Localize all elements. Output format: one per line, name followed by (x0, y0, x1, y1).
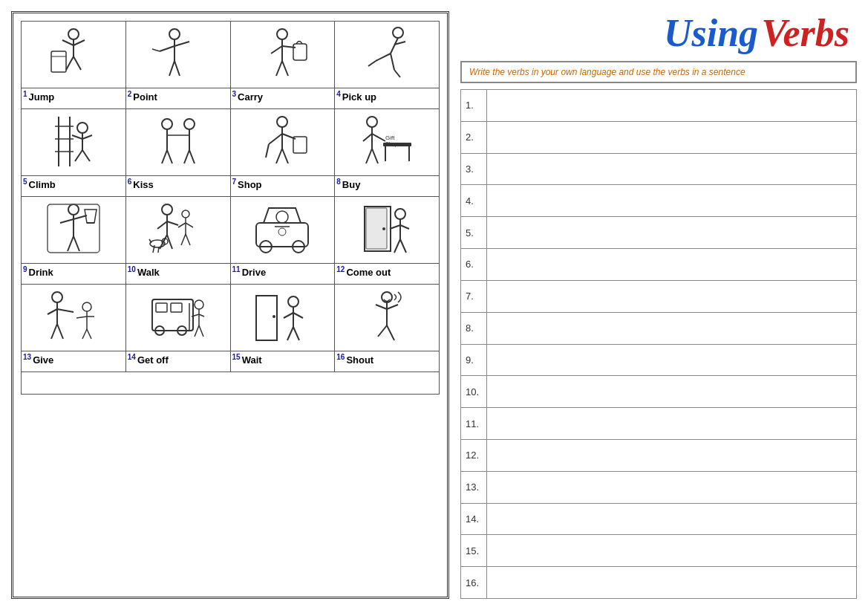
verbs-grid: 1Jump 2Point 3Carry 4Pick up (21, 21, 440, 395)
svg-point-135 (288, 296, 298, 307)
svg-point-57 (367, 117, 377, 127)
answer-row-2: 2. (461, 121, 857, 153)
answer-field-12[interactable] (487, 439, 857, 471)
answer-num-4: 4. (461, 185, 487, 217)
svg-rect-132 (256, 296, 277, 340)
svg-point-34 (77, 123, 88, 133)
answer-field-5[interactable] (487, 217, 857, 249)
svg-line-52 (266, 144, 269, 158)
svg-line-46 (167, 150, 172, 163)
answer-num-7: 7. (461, 280, 487, 312)
svg-line-137 (284, 313, 293, 318)
svg-line-5 (74, 56, 81, 70)
label-jump: 1Jump (22, 88, 126, 109)
answer-field-3[interactable] (487, 153, 857, 185)
svg-line-107 (400, 239, 406, 253)
answer-row-14: 14. (461, 503, 857, 535)
answer-row-4: 4. (461, 185, 857, 217)
answer-num-10: 10. (461, 376, 487, 408)
answer-num-1: 1. (461, 90, 487, 122)
svg-point-98 (278, 228, 286, 236)
img-walk (125, 197, 230, 264)
svg-line-60 (372, 134, 385, 141)
svg-line-140 (293, 327, 299, 340)
title-using: Using (664, 12, 758, 54)
img-jump (22, 22, 126, 88)
svg-point-22 (393, 27, 403, 38)
label-point: 2Point (125, 88, 230, 109)
answer-field-4[interactable] (487, 185, 857, 217)
label-pickup: 4Pick up (335, 88, 440, 109)
answer-field-7[interactable] (487, 280, 857, 312)
label-shop: 7Shop (230, 176, 335, 197)
img-pickup (335, 22, 440, 88)
img-climb (22, 109, 126, 176)
answer-field-6[interactable] (487, 249, 857, 281)
svg-line-138 (293, 313, 303, 318)
label-comeout: 12Come out (335, 264, 440, 285)
answer-field-2[interactable] (487, 121, 857, 153)
svg-line-129 (199, 314, 204, 317)
svg-line-55 (276, 149, 282, 163)
answer-row-3: 3. (461, 153, 857, 185)
img-point (125, 22, 230, 88)
svg-line-14 (174, 61, 180, 76)
image-row-1 (22, 22, 440, 88)
svg-line-78 (157, 221, 167, 229)
img-shop (230, 109, 335, 176)
answer-field-14[interactable] (487, 503, 857, 535)
answer-field-11[interactable] (487, 408, 857, 440)
svg-line-146 (387, 325, 394, 340)
answer-field-8[interactable] (487, 312, 857, 344)
svg-line-56 (282, 149, 288, 163)
svg-line-131 (199, 325, 203, 337)
svg-point-8 (169, 29, 180, 39)
label-wait: 15Wait (230, 351, 335, 372)
answer-field-9[interactable] (487, 344, 857, 376)
empty-row (22, 372, 440, 395)
svg-point-0 (68, 29, 79, 39)
svg-line-79 (167, 221, 178, 225)
img-carry (230, 22, 335, 88)
answer-field-10[interactable] (487, 376, 857, 408)
answer-field-15[interactable] (487, 535, 857, 567)
answer-field-16[interactable] (487, 567, 857, 599)
label-row-2: 5Climb 6Kiss 7Shop 8Buy (22, 176, 440, 197)
svg-line-37 (82, 135, 92, 139)
svg-rect-19 (293, 44, 307, 60)
svg-line-59 (363, 134, 372, 141)
answer-row-13: 13. (461, 471, 857, 503)
img-comeout (335, 197, 440, 264)
label-getoff: 14Get off (125, 351, 230, 372)
svg-point-96 (276, 211, 288, 223)
svg-line-10 (160, 46, 174, 51)
svg-line-116 (76, 317, 87, 318)
svg-line-26 (368, 61, 376, 66)
answer-row-5: 5. (461, 217, 857, 249)
svg-line-91 (158, 247, 159, 253)
svg-line-20 (276, 61, 282, 76)
title-verbs: Verbs (762, 12, 849, 54)
svg-line-61 (366, 149, 372, 163)
img-getoff (125, 285, 230, 351)
answer-field-1[interactable] (487, 90, 857, 122)
label-shout: 16Shout (335, 351, 440, 372)
answer-row-16: 16. (461, 567, 857, 599)
svg-line-3 (74, 40, 85, 45)
svg-rect-121 (156, 303, 167, 312)
svg-rect-6 (51, 51, 66, 72)
svg-line-48 (189, 150, 195, 163)
svg-line-12 (174, 42, 189, 46)
img-drink (22, 197, 126, 264)
svg-point-41 (184, 119, 195, 129)
title-block: Using Verbs (460, 11, 857, 55)
answer-table: 1. 2. 3. 4. 5. 6. 7. 8. (460, 89, 857, 599)
svg-line-73 (68, 236, 74, 251)
image-row-2: Gift Shop (22, 109, 440, 176)
svg-line-118 (82, 329, 87, 339)
svg-line-144 (387, 305, 398, 309)
svg-line-2 (62, 40, 74, 45)
svg-line-105 (400, 225, 409, 229)
label-kiss: 6Kiss (125, 176, 230, 197)
answer-field-13[interactable] (487, 471, 857, 503)
